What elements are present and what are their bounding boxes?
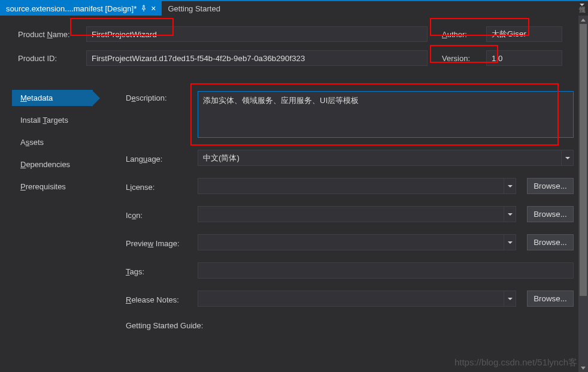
dropdown-toggle[interactable]	[504, 206, 516, 222]
toolbox-icon[interactable]: 属性	[576, 1, 587, 13]
author-input[interactable]	[486, 26, 562, 42]
scroll-up-button[interactable]	[578, 16, 588, 24]
chevron-down-icon	[508, 298, 513, 300]
sidebar-item-prerequisites[interactable]: Prerequisites	[12, 179, 93, 195]
description-label: Description:	[126, 91, 192, 102]
watermark: https://blog.csdn.net/51lynch客	[454, 357, 577, 368]
icon-label: Icon:	[126, 208, 192, 220]
icon-input[interactable]	[198, 206, 504, 222]
tab-getting-started[interactable]: Getting Started	[162, 1, 226, 16]
version-input[interactable]	[486, 50, 562, 66]
tab-label: Getting Started	[168, 4, 220, 13]
dropdown-toggle[interactable]	[562, 150, 574, 166]
tab-bar: source.extension....manifest [Design]* ×…	[0, 0, 588, 16]
language-select[interactable]	[198, 150, 562, 166]
browse-preview-button[interactable]: Browse...	[527, 234, 574, 250]
triangle-up-icon	[581, 19, 586, 22]
chevron-down-icon	[508, 185, 513, 187]
chevron-down-icon	[508, 241, 513, 244]
scroll-down-button[interactable]	[578, 364, 588, 372]
browse-icon-button[interactable]: Browse...	[527, 206, 574, 222]
release-notes-input[interactable]	[198, 291, 504, 307]
pin-icon[interactable]	[140, 5, 147, 12]
sidebar-item-metadata[interactable]: Metadata	[12, 90, 93, 106]
sidebar-item-install-targets[interactable]: Install Targets	[12, 112, 93, 128]
dropdown-toggle[interactable]	[504, 291, 516, 307]
scrollbar-thumb[interactable]	[580, 24, 587, 296]
tags-label: Tags:	[126, 265, 192, 276]
language-label: Language:	[126, 152, 192, 164]
header-form: Product Name: Author: Product ID: Versio…	[0, 16, 588, 72]
dropdown-toggle[interactable]	[504, 178, 516, 194]
author-label: Author:	[442, 30, 478, 39]
release-notes-label: Release Notes:	[126, 293, 192, 304]
main-panel: Description: Language: License: Browse..…	[93, 72, 580, 330]
tab-label: source.extension....manifest [Design]*	[6, 4, 137, 13]
license-label: License:	[126, 180, 192, 192]
preview-label: Preview Image:	[126, 237, 192, 248]
sidebar-item-dependencies[interactable]: Dependencies	[12, 156, 93, 173]
browse-license-button[interactable]: Browse...	[527, 178, 574, 194]
close-icon[interactable]: ×	[151, 5, 156, 11]
product-id-input[interactable]	[86, 50, 428, 66]
dropdown-toggle[interactable]	[504, 234, 516, 250]
triangle-down-icon	[581, 367, 586, 370]
preview-input[interactable]	[198, 234, 504, 250]
getting-started-label: Getting Started Guide:	[126, 319, 210, 330]
product-name-input[interactable]	[86, 26, 428, 42]
product-name-label: Product Name:	[18, 30, 78, 39]
sidebar: Metadata Install Targets Assets Dependen…	[0, 72, 93, 330]
scrollbar[interactable]	[578, 16, 588, 372]
browse-release-notes-button[interactable]: Browse...	[527, 291, 574, 307]
tab-manifest-design[interactable]: source.extension....manifest [Design]* ×	[0, 1, 162, 16]
tags-input[interactable]	[198, 262, 574, 279]
description-input[interactable]	[198, 91, 574, 138]
version-label: Version:	[442, 54, 478, 63]
license-input[interactable]	[198, 178, 504, 194]
chevron-down-icon	[508, 213, 513, 216]
sidebar-item-assets[interactable]: Assets	[12, 134, 93, 150]
product-id-label: Product ID:	[18, 54, 78, 63]
chevron-down-icon	[565, 157, 570, 159]
